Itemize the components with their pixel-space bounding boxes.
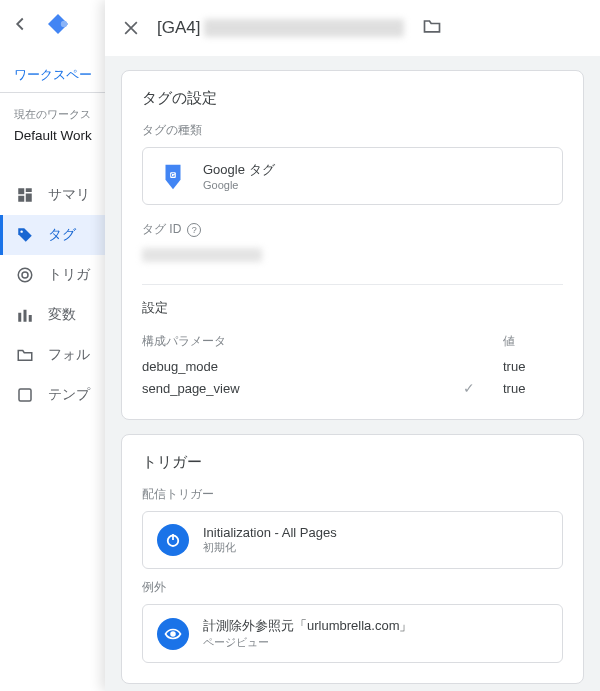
dashboard-icon [16, 186, 34, 204]
initialization-trigger-icon [157, 524, 189, 556]
sidebar-item-tags[interactable]: タグ [0, 215, 109, 255]
tag-type-row[interactable]: G Google タグ Google [142, 147, 563, 205]
exception-trigger-kind: ページビュー [203, 635, 412, 650]
param-value: true [503, 359, 563, 374]
tag-config-card[interactable]: タグの設定 タグの種類 G Google タグ Google タグ ID ? 設… [121, 70, 584, 420]
tag-config-heading: タグの設定 [142, 89, 563, 108]
panel-header: [GA4] [105, 0, 600, 56]
svg-rect-2 [26, 188, 32, 192]
svg-rect-8 [18, 313, 21, 322]
google-tag-icon: G [157, 160, 189, 192]
svg-rect-10 [29, 315, 32, 322]
check-icon: ✓ [463, 380, 475, 396]
sidebar-item-templates[interactable]: テンプ [0, 375, 109, 415]
param-key: debug_mode [142, 359, 218, 374]
svg-text:G: G [171, 172, 176, 178]
svg-point-16 [171, 632, 175, 636]
tag-detail-panel: [GA4] タグの設定 タグの種類 G Google タグ Google タ [105, 0, 600, 691]
pageview-trigger-icon [157, 618, 189, 650]
svg-point-5 [20, 230, 22, 232]
close-button[interactable] [119, 16, 143, 40]
exception-trigger-row[interactable]: 計測除外参照元「urlumbrella.com」 ページビュー [142, 604, 563, 663]
param-key: send_page_view [142, 381, 240, 396]
param-row: debug_modetrue [142, 356, 563, 377]
workspace-name[interactable]: Default Work [0, 128, 109, 157]
sidebar-nav: サマリ タグ トリガ 変数 フォル テンプ [0, 175, 109, 415]
svg-rect-1 [18, 188, 24, 194]
firing-triggers-label: 配信トリガー [142, 486, 563, 503]
svg-rect-4 [18, 196, 24, 202]
firing-trigger-row[interactable]: Initialization - All Pages 初期化 [142, 511, 563, 569]
tab-workspaces[interactable]: ワークスペー [0, 66, 109, 93]
svg-point-7 [22, 272, 28, 278]
triggers-card[interactable]: トリガー 配信トリガー Initialization - All Pages 初… [121, 434, 584, 684]
sidebar-item-label: テンプ [48, 386, 90, 404]
sidebar-item-triggers[interactable]: トリガ [0, 255, 109, 295]
gtm-logo [46, 12, 70, 36]
template-icon [16, 386, 34, 404]
exception-trigger-name: 計測除外参照元「urlumbrella.com」 [203, 617, 412, 635]
sidebar-item-label: サマリ [48, 186, 90, 204]
sidebar-item-label: 変数 [48, 306, 76, 324]
sidebar-item-folders[interactable]: フォル [0, 335, 109, 375]
help-icon[interactable]: ? [187, 223, 201, 237]
exception-triggers-label: 例外 [142, 579, 563, 596]
folder-icon [16, 346, 34, 364]
tag-title-prefix: [GA4] [157, 18, 200, 38]
sidebar-item-summary[interactable]: サマリ [0, 175, 109, 215]
sidebar-item-label: トリガ [48, 266, 90, 284]
tag-type-label: タグの種類 [142, 122, 563, 139]
svg-rect-3 [26, 194, 32, 202]
firing-trigger-name: Initialization - All Pages [203, 525, 337, 540]
param-value: true [503, 381, 563, 396]
variable-icon [16, 306, 34, 324]
settings-label: 設定 [142, 299, 563, 317]
svg-rect-11 [19, 389, 31, 401]
svg-point-6 [18, 268, 32, 282]
tag-id-value-redacted [142, 248, 262, 262]
sidebar-item-variables[interactable]: 変数 [0, 295, 109, 335]
svg-rect-9 [24, 310, 27, 322]
folder-button[interactable] [422, 16, 442, 40]
svg-point-0 [61, 21, 67, 27]
firing-trigger-kind: 初期化 [203, 540, 337, 555]
tag-icon [16, 226, 34, 244]
tag-title[interactable]: [GA4] [157, 18, 404, 38]
tag-title-redacted [204, 19, 404, 37]
triggers-heading: トリガー [142, 453, 563, 472]
tag-id-label: タグ ID ? [142, 221, 563, 238]
param-col-val: 値 [503, 333, 563, 350]
param-col-key: 構成パラメータ [142, 333, 503, 350]
current-workspace-label: 現在のワークス [0, 93, 109, 128]
tag-type-name: Google タグ [203, 161, 275, 179]
trigger-icon [16, 266, 34, 284]
sidebar-item-label: タグ [48, 226, 76, 244]
param-row: send_page_view✓true [142, 377, 563, 399]
sidebar-item-label: フォル [48, 346, 90, 364]
back-arrow[interactable] [8, 12, 32, 36]
sidebar: ワークスペー 現在のワークス Default Work サマリ タグ トリガ 変… [0, 0, 110, 691]
tag-type-vendor: Google [203, 179, 275, 191]
